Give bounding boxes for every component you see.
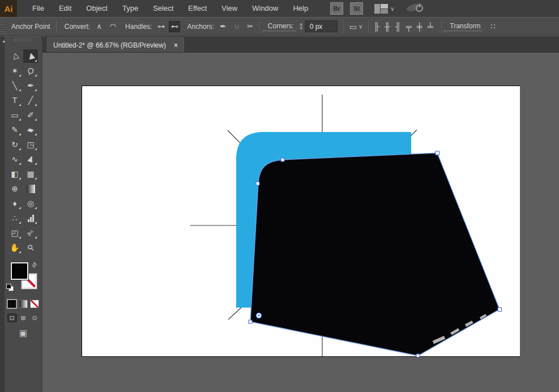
puppet-warp-tool[interactable]: ♟: [23, 152, 38, 166]
bridge-button[interactable]: Br: [330, 2, 343, 15]
paintbrush-tool[interactable]: ✐: [23, 108, 38, 122]
control-bar: Anchor Point Convert: ∧◠ Handles: ⊶⊷ Anc…: [0, 17, 559, 36]
transform-link[interactable]: Transform: [444, 22, 483, 31]
hide-handles-button[interactable]: ⊷: [169, 21, 180, 32]
stock-button[interactable]: St: [350, 2, 363, 15]
zoom-tool[interactable]: ⚲: [23, 241, 38, 254]
control-bar-grip[interactable]: [0, 18, 5, 35]
handles-label: Handles:: [120, 23, 154, 31]
draw-normal-button[interactable]: ⊡: [7, 313, 17, 322]
menu-item-file[interactable]: File: [25, 0, 52, 17]
gpu-performance-icon[interactable]: [407, 3, 424, 14]
close-tab-icon[interactable]: ×: [174, 41, 178, 49]
cut-path-button[interactable]: ✂: [245, 21, 256, 32]
shape-builder-tool-icon: ◧: [11, 169, 18, 178]
corners-input[interactable]: 0 px: [305, 20, 338, 32]
curvature-tool[interactable]: ✒: [23, 79, 38, 92]
fill-swatch[interactable]: [11, 262, 28, 280]
direct-selection-tool-icon: ▶: [25, 52, 36, 61]
color-button[interactable]: [7, 300, 16, 308]
menu-item-object[interactable]: Object: [79, 0, 115, 17]
corners-stepper[interactable]: ∧ ∨: [300, 23, 303, 30]
shape-builder-tool[interactable]: ◧: [7, 167, 22, 181]
fill-stroke-indicator: ⇄: [5, 262, 42, 295]
chevron-down-icon: ∨: [359, 23, 362, 29]
default-fill-stroke-button[interactable]: [6, 284, 14, 291]
menu-item-window[interactable]: Window: [245, 0, 285, 17]
swap-fill-stroke-button[interactable]: ⇄: [30, 261, 39, 270]
align-horizontal-center-button[interactable]: ╫: [382, 21, 392, 32]
align-horizontal-left-button[interactable]: ╟: [371, 21, 382, 32]
tools-panel: ⠿⠿⠿⠿⠿ ▷▶✶Ϙ╲✒T╱▭✐✎▰↻◳∿♟◧▦⊕♦◎∴◰✄✋⚲ ⇄ ⊡⊞⊙ ▣: [5, 36, 42, 392]
menu-item-view[interactable]: View: [214, 0, 245, 17]
connect-endpoints-button[interactable]: ∪: [231, 21, 242, 32]
perspective-grid-tool-icon: ▦: [27, 169, 34, 178]
direct-selection-tool[interactable]: ▶: [23, 49, 38, 63]
remove-anchor-button[interactable]: ✒: [217, 21, 229, 32]
blend-tool[interactable]: ◎: [23, 197, 38, 210]
gradient-tool[interactable]: [23, 182, 38, 195]
symbol-sprayer-tool[interactable]: ∴: [7, 211, 22, 225]
type-tool[interactable]: T: [7, 93, 22, 107]
document-tab[interactable]: Untitled-2* @ 66.67% (RGB/Preview) ×: [47, 37, 184, 52]
workspace-switcher[interactable]: ∨: [374, 4, 394, 14]
menu-item-select[interactable]: Select: [146, 0, 181, 17]
align-vertical-center-button[interactable]: ╪: [414, 21, 425, 32]
draw-behind-button[interactable]: ⊞: [19, 313, 28, 322]
menu-item-type[interactable]: Type: [115, 0, 146, 17]
none-slash-icon: [31, 300, 39, 308]
shear-tool[interactable]: ◳: [23, 138, 38, 151]
artwork[interactable]: [82, 86, 520, 357]
menu-item-effect[interactable]: Effect: [181, 0, 214, 17]
eraser-tool-icon: ▰: [26, 125, 35, 135]
line-segment-tool[interactable]: ╱: [23, 93, 38, 107]
document-tab-title: Untitled-2* @ 66.67% (RGB/Preview): [53, 41, 166, 49]
rectangle-tool[interactable]: ▭: [7, 108, 22, 122]
eraser-tool[interactable]: ▰: [23, 123, 38, 137]
tools-panel-grip[interactable]: ⠿⠿⠿⠿⠿: [10, 38, 36, 46]
lasso-tool[interactable]: Ϙ: [23, 64, 38, 78]
draw-inside-button[interactable]: ⊙: [30, 313, 40, 322]
isolate-icon: ∷: [490, 22, 495, 31]
selection-tool-icon: ▷: [10, 52, 20, 61]
convert-label: Convert:: [59, 23, 92, 31]
hand-tool[interactable]: ✋: [7, 241, 22, 254]
width-tool[interactable]: ∿: [7, 152, 22, 166]
width-tool-icon: ∿: [11, 155, 18, 164]
magic-wand-tool[interactable]: ✶: [7, 64, 22, 78]
pen-tool[interactable]: ╲: [7, 79, 22, 92]
convert-to-smooth-button[interactable]: ◠: [107, 21, 118, 32]
align-vertical-bottom-button[interactable]: ╧: [425, 21, 436, 32]
menu-item-edit[interactable]: Edit: [52, 0, 79, 17]
rotate-tool[interactable]: ↻: [7, 138, 22, 151]
artboard-tool[interactable]: ◰: [7, 226, 22, 240]
column-graph-tool-icon: [28, 214, 34, 222]
zoom-tool-icon: ⚲: [25, 242, 36, 253]
selection-tool[interactable]: ▷: [7, 49, 22, 63]
eyedropper-tool[interactable]: ♦: [7, 197, 22, 210]
shaper-tool[interactable]: ✎: [7, 123, 22, 137]
rectangle-tool-icon: ▭: [11, 110, 18, 120]
shape-properties-button[interactable]: ▭ ∨: [349, 22, 363, 31]
show-handles-button[interactable]: ⊶: [155, 21, 167, 32]
menu-item-help[interactable]: Help: [285, 0, 315, 17]
none-button[interactable]: [30, 300, 39, 308]
canvas-area[interactable]: [42, 53, 559, 392]
dock-strip: ◄◄: [0, 36, 5, 392]
gradient-button[interactable]: [19, 300, 28, 308]
slice-tool[interactable]: ✄: [23, 226, 38, 240]
align-horizontal-right-button[interactable]: ╢: [392, 21, 403, 32]
isolate-selected-button[interactable]: ∷: [487, 21, 498, 32]
black-shape: [250, 153, 500, 356]
column-graph-tool[interactable]: [23, 211, 38, 225]
mesh-tool[interactable]: ⊕: [7, 182, 22, 195]
perspective-grid-tool[interactable]: ▦: [23, 167, 38, 181]
corners-link[interactable]: Corners:: [262, 22, 296, 31]
artboard[interactable]: [82, 86, 520, 357]
paintbrush-tool-icon: ✐: [27, 110, 34, 120]
magic-wand-tool-icon: ✶: [11, 66, 18, 75]
screen-mode-button[interactable]: ▣: [17, 328, 29, 338]
hand-tool-icon: ✋: [10, 243, 19, 252]
align-vertical-top-button[interactable]: ╤: [403, 21, 414, 32]
convert-to-corner-button[interactable]: ∧: [93, 21, 105, 32]
